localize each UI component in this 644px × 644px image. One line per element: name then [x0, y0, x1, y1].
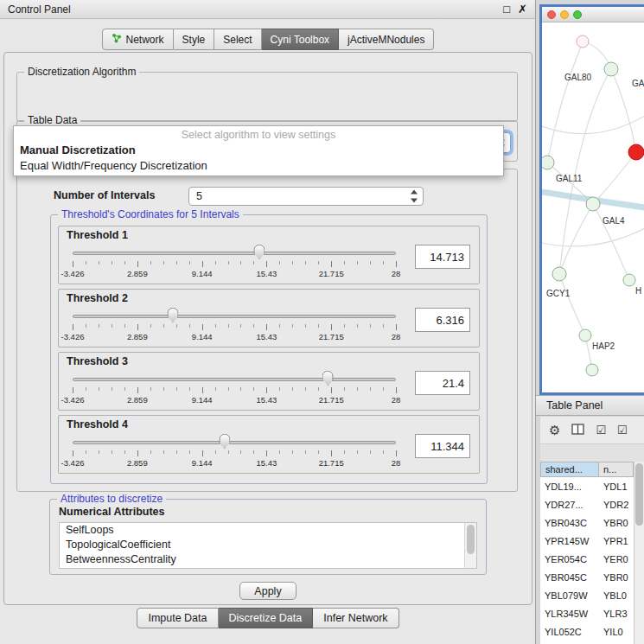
network-canvas[interactable]: GAL80 GA GAL11 GAL4 GCY1 H HAP2 — [542, 22, 644, 392]
apply-button[interactable]: Apply — [239, 582, 296, 600]
scrollbar-thumb[interactable] — [467, 525, 475, 554]
table-header-row: shared... n... — [540, 462, 634, 477]
slider-thumb[interactable] — [322, 371, 334, 386]
threshold-2-slider[interactable]: -3.4262.8599.14415.4321.71528 — [66, 305, 403, 347]
column-header-name[interactable]: n... — [599, 462, 634, 477]
node-table: shared... n... YDL19...YDL1YDR27...YDR2Y… — [540, 462, 634, 644]
dropdown-item-equal-width-frequency[interactable]: Equal Width/Frequency Discretization — [14, 158, 503, 174]
zoom-traffic-light-icon[interactable] — [573, 10, 582, 19]
threshold-4-slider[interactable]: -3.4262.8599.14415.4321.71528 — [66, 431, 403, 473]
table-row[interactable]: YLR345WYLR3 — [540, 604, 634, 622]
selected-network-node[interactable] — [628, 144, 644, 160]
list-scrollbar[interactable] — [464, 523, 476, 568]
tick-label: -3.426 — [61, 269, 85, 278]
tick-label: 2.859 — [127, 269, 148, 278]
table-cell: YPR145W — [540, 532, 599, 550]
table-panel-title: Table Panel — [546, 399, 603, 411]
table-cell: YDL19... — [540, 477, 599, 495]
slider-tick-labels: -3.4262.8599.14415.4321.71528 — [73, 332, 396, 341]
table-cell: YER054C — [540, 550, 599, 568]
close-traffic-light-icon[interactable] — [547, 10, 556, 19]
threshold-1-slider[interactable]: -3.4262.8599.14415.4321.71528 — [66, 242, 403, 284]
network-node-gal11[interactable] — [542, 156, 554, 169]
threshold-label: Threshold 1 — [67, 229, 128, 241]
threshold-4-box: Threshold 4 -3.4262.8599.14415.4321.7152… — [58, 415, 480, 474]
float-window-icon[interactable]: □ — [503, 3, 510, 16]
tab-cyni-toolbox[interactable]: Cyni Toolbox — [262, 29, 339, 50]
network-node-gal4[interactable] — [586, 197, 600, 211]
network-node[interactable] — [577, 35, 589, 48]
network-node-gcy1[interactable] — [552, 267, 566, 281]
table-row[interactable]: YBR045CYBR0 — [540, 568, 634, 586]
column-header-shared[interactable]: shared... — [540, 462, 599, 477]
slider-tick-labels: -3.4262.8599.14415.4321.71528 — [73, 269, 396, 278]
table-row[interactable]: YIL052CYIL0 — [540, 622, 634, 641]
thresholds-group: Threshold's Coordinates for 5 Intervals … — [50, 214, 488, 484]
network-node-gal80[interactable] — [604, 62, 618, 76]
tick-label: 15.43 — [257, 269, 277, 278]
node-label: GA — [632, 79, 644, 88]
number-of-intervals-combobox[interactable]: 5 — [188, 187, 424, 206]
combo-value: 5 — [196, 190, 202, 202]
slider-ticks — [73, 261, 396, 268]
table-scrollbar[interactable] — [634, 462, 644, 644]
scrollbar-thumb[interactable] — [635, 463, 643, 526]
slider-track[interactable] — [73, 315, 396, 318]
network-node-hap2[interactable] — [579, 329, 591, 341]
tab-style[interactable]: Style — [174, 29, 215, 50]
slider-track[interactable] — [73, 441, 396, 444]
tab-jactivemnodules[interactable]: jActiveMNodules — [339, 29, 434, 50]
tab-select[interactable]: Select — [214, 29, 261, 50]
slider-thumb[interactable] — [219, 434, 230, 449]
tab-impute-data[interactable]: Impute Data — [137, 608, 218, 628]
tick-label: 21.715 — [319, 269, 344, 278]
list-item[interactable]: SelfLoops — [60, 523, 476, 538]
table-row[interactable]: YBL079WYBL0 — [540, 586, 634, 604]
threshold-2-value-field[interactable]: 6.316 — [415, 308, 470, 332]
control-panel-tabs: Network Style Select Cyni Toolbox jActiv… — [0, 29, 536, 50]
list-item[interactable]: BetweennessCentrality — [60, 552, 476, 567]
threshold-4-value-field[interactable]: 11.344 — [415, 434, 470, 458]
table-row[interactable]: YER054CYER0 — [540, 550, 634, 568]
network-node[interactable] — [623, 274, 635, 286]
threshold-1-value-field[interactable]: 14.713 — [415, 245, 470, 269]
network-node[interactable] — [586, 364, 598, 376]
slider-thumb[interactable] — [167, 308, 178, 322]
minimize-traffic-light-icon[interactable] — [560, 10, 569, 19]
tick-label: 9.144 — [192, 458, 213, 468]
slider-track[interactable] — [73, 378, 396, 381]
select-column-checkbox-icon[interactable]: ☑ — [617, 424, 628, 436]
threshold-3-value-field[interactable]: 21.4 — [415, 371, 470, 395]
algorithm-dropdown-popup: Select algorithm to view settings Manual… — [13, 125, 504, 176]
tab-discretize-data[interactable]: Discretize Data — [219, 608, 314, 628]
threshold-2-box: Threshold 2 -3.4262.8599.14415.4321.7152… — [58, 289, 480, 348]
table-row[interactable]: YBR043CYBR0 — [540, 513, 634, 532]
threshold-3-slider[interactable]: -3.4262.8599.14415.4321.71528 — [66, 368, 403, 410]
tick-label: 28 — [392, 332, 401, 341]
dropdown-item-manual-discretization[interactable]: Manual Discretization — [14, 143, 503, 158]
numerical-attributes-label: Numerical Attributes — [59, 506, 164, 518]
tab-infer-network[interactable]: Infer Network — [313, 608, 399, 628]
interval-definition-group: Interval Definition Number of Intervals … — [16, 169, 518, 492]
table-row[interactable]: YDL19...YDL1 — [540, 477, 634, 495]
network-node-labels: GAL80 GA GAL11 GAL4 GCY1 H HAP2 — [546, 73, 644, 351]
network-view-window[interactable]: GAL80 GA GAL11 GAL4 GCY1 H HAP2 — [539, 4, 644, 395]
tick-label: 28 — [392, 269, 401, 278]
table-row[interactable]: YPR145WYPR1 — [540, 532, 634, 550]
list-item[interactable]: TopologicalCoefficient — [60, 538, 476, 552]
tick-label: 15.43 — [257, 332, 277, 341]
gear-icon[interactable]: ⚙ — [549, 424, 560, 437]
select-all-checkbox-icon[interactable]: ☑ — [596, 424, 606, 436]
table-panel-toolbar: ⚙ ☑ ☑ — [540, 417, 644, 444]
tab-network[interactable]: Network — [102, 29, 174, 50]
slider-track[interactable] — [73, 252, 396, 255]
tick-label: 15.43 — [257, 458, 277, 468]
network-icon — [112, 33, 122, 46]
attributes-group: Attributes to discretize Numerical Attri… — [49, 499, 487, 575]
close-icon[interactable]: ✗ — [518, 3, 527, 16]
slider-thumb[interactable] — [253, 245, 265, 259]
table-cell: YBR045C — [540, 568, 599, 586]
network-window-titlebar — [542, 7, 644, 22]
table-row[interactable]: YDR27...YDR2 — [540, 495, 634, 513]
columns-icon[interactable] — [571, 424, 584, 437]
